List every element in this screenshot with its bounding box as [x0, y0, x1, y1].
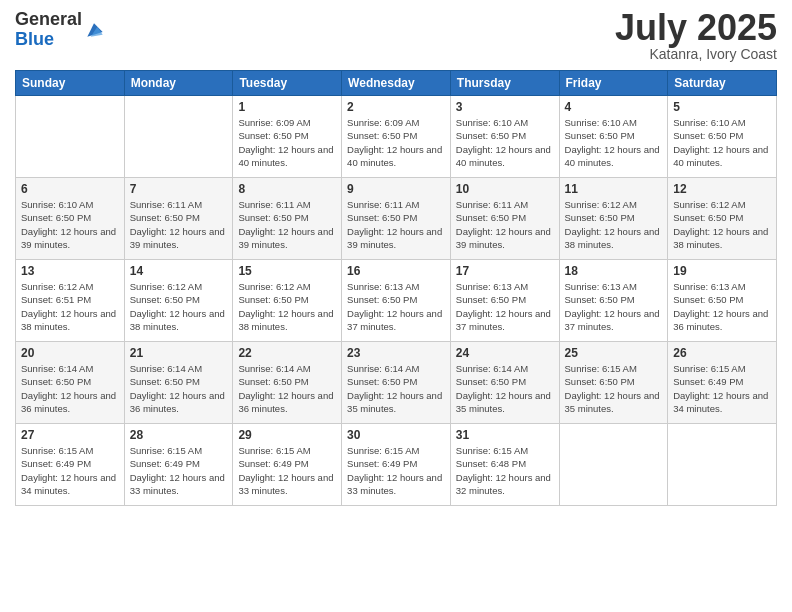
day-number: 16: [347, 264, 445, 278]
weekday-header-friday: Friday: [559, 71, 668, 96]
calendar-cell: 30Sunrise: 6:15 AMSunset: 6:49 PMDayligh…: [342, 424, 451, 506]
day-number: 24: [456, 346, 554, 360]
day-number: 31: [456, 428, 554, 442]
day-info: Sunrise: 6:10 AMSunset: 6:50 PMDaylight:…: [565, 116, 663, 169]
day-number: 3: [456, 100, 554, 114]
logo-general: General: [15, 10, 82, 30]
calendar-table: SundayMondayTuesdayWednesdayThursdayFrid…: [15, 70, 777, 506]
day-info: Sunrise: 6:15 AMSunset: 6:49 PMDaylight:…: [673, 362, 771, 415]
day-info: Sunrise: 6:10 AMSunset: 6:50 PMDaylight:…: [673, 116, 771, 169]
weekday-header-thursday: Thursday: [450, 71, 559, 96]
day-info: Sunrise: 6:09 AMSunset: 6:50 PMDaylight:…: [347, 116, 445, 169]
calendar-cell: [668, 424, 777, 506]
day-info: Sunrise: 6:13 AMSunset: 6:50 PMDaylight:…: [565, 280, 663, 333]
day-number: 27: [21, 428, 119, 442]
day-number: 17: [456, 264, 554, 278]
calendar-cell: 24Sunrise: 6:14 AMSunset: 6:50 PMDayligh…: [450, 342, 559, 424]
day-info: Sunrise: 6:15 AMSunset: 6:48 PMDaylight:…: [456, 444, 554, 497]
calendar-cell: 8Sunrise: 6:11 AMSunset: 6:50 PMDaylight…: [233, 178, 342, 260]
day-number: 26: [673, 346, 771, 360]
day-info: Sunrise: 6:14 AMSunset: 6:50 PMDaylight:…: [130, 362, 228, 415]
logo-blue: Blue: [15, 30, 82, 50]
calendar-cell: 12Sunrise: 6:12 AMSunset: 6:50 PMDayligh…: [668, 178, 777, 260]
day-number: 6: [21, 182, 119, 196]
day-number: 22: [238, 346, 336, 360]
calendar-cell: 2Sunrise: 6:09 AMSunset: 6:50 PMDaylight…: [342, 96, 451, 178]
day-info: Sunrise: 6:13 AMSunset: 6:50 PMDaylight:…: [347, 280, 445, 333]
day-number: 14: [130, 264, 228, 278]
weekday-header-row: SundayMondayTuesdayWednesdayThursdayFrid…: [16, 71, 777, 96]
calendar-cell: 15Sunrise: 6:12 AMSunset: 6:50 PMDayligh…: [233, 260, 342, 342]
day-info: Sunrise: 6:10 AMSunset: 6:50 PMDaylight:…: [456, 116, 554, 169]
day-info: Sunrise: 6:15 AMSunset: 6:50 PMDaylight:…: [565, 362, 663, 415]
day-number: 13: [21, 264, 119, 278]
day-number: 9: [347, 182, 445, 196]
logo: General Blue: [15, 10, 104, 50]
weekday-header-tuesday: Tuesday: [233, 71, 342, 96]
day-number: 28: [130, 428, 228, 442]
calendar-cell: 25Sunrise: 6:15 AMSunset: 6:50 PMDayligh…: [559, 342, 668, 424]
calendar-cell: 28Sunrise: 6:15 AMSunset: 6:49 PMDayligh…: [124, 424, 233, 506]
calendar-cell: 4Sunrise: 6:10 AMSunset: 6:50 PMDaylight…: [559, 96, 668, 178]
day-number: 21: [130, 346, 228, 360]
day-info: Sunrise: 6:14 AMSunset: 6:50 PMDaylight:…: [456, 362, 554, 415]
day-number: 12: [673, 182, 771, 196]
header: General Blue July 2025 Katanra, Ivory Co…: [15, 10, 777, 62]
day-number: 20: [21, 346, 119, 360]
title-block: July 2025 Katanra, Ivory Coast: [615, 10, 777, 62]
weekday-header-monday: Monday: [124, 71, 233, 96]
weekday-header-saturday: Saturday: [668, 71, 777, 96]
week-row-4: 20Sunrise: 6:14 AMSunset: 6:50 PMDayligh…: [16, 342, 777, 424]
day-info: Sunrise: 6:11 AMSunset: 6:50 PMDaylight:…: [238, 198, 336, 251]
calendar-cell: 20Sunrise: 6:14 AMSunset: 6:50 PMDayligh…: [16, 342, 125, 424]
calendar-cell: 19Sunrise: 6:13 AMSunset: 6:50 PMDayligh…: [668, 260, 777, 342]
day-number: 4: [565, 100, 663, 114]
day-number: 25: [565, 346, 663, 360]
calendar-cell: 1Sunrise: 6:09 AMSunset: 6:50 PMDaylight…: [233, 96, 342, 178]
day-info: Sunrise: 6:15 AMSunset: 6:49 PMDaylight:…: [130, 444, 228, 497]
day-info: Sunrise: 6:11 AMSunset: 6:50 PMDaylight:…: [456, 198, 554, 251]
day-info: Sunrise: 6:15 AMSunset: 6:49 PMDaylight:…: [21, 444, 119, 497]
day-info: Sunrise: 6:12 AMSunset: 6:50 PMDaylight:…: [130, 280, 228, 333]
calendar-cell: 18Sunrise: 6:13 AMSunset: 6:50 PMDayligh…: [559, 260, 668, 342]
day-number: 15: [238, 264, 336, 278]
logo-icon: [84, 20, 104, 40]
day-number: 18: [565, 264, 663, 278]
day-info: Sunrise: 6:09 AMSunset: 6:50 PMDaylight:…: [238, 116, 336, 169]
day-number: 11: [565, 182, 663, 196]
day-info: Sunrise: 6:13 AMSunset: 6:50 PMDaylight:…: [456, 280, 554, 333]
calendar-cell: 3Sunrise: 6:10 AMSunset: 6:50 PMDaylight…: [450, 96, 559, 178]
day-info: Sunrise: 6:14 AMSunset: 6:50 PMDaylight:…: [347, 362, 445, 415]
weekday-header-wednesday: Wednesday: [342, 71, 451, 96]
day-info: Sunrise: 6:15 AMSunset: 6:49 PMDaylight:…: [238, 444, 336, 497]
day-info: Sunrise: 6:15 AMSunset: 6:49 PMDaylight:…: [347, 444, 445, 497]
week-row-2: 6Sunrise: 6:10 AMSunset: 6:50 PMDaylight…: [16, 178, 777, 260]
day-info: Sunrise: 6:12 AMSunset: 6:50 PMDaylight:…: [673, 198, 771, 251]
day-info: Sunrise: 6:14 AMSunset: 6:50 PMDaylight:…: [238, 362, 336, 415]
day-number: 23: [347, 346, 445, 360]
day-info: Sunrise: 6:12 AMSunset: 6:50 PMDaylight:…: [238, 280, 336, 333]
page: General Blue July 2025 Katanra, Ivory Co…: [0, 0, 792, 612]
day-number: 29: [238, 428, 336, 442]
day-number: 8: [238, 182, 336, 196]
calendar-cell: 11Sunrise: 6:12 AMSunset: 6:50 PMDayligh…: [559, 178, 668, 260]
week-row-1: 1Sunrise: 6:09 AMSunset: 6:50 PMDaylight…: [16, 96, 777, 178]
day-number: 10: [456, 182, 554, 196]
calendar-cell: 21Sunrise: 6:14 AMSunset: 6:50 PMDayligh…: [124, 342, 233, 424]
day-info: Sunrise: 6:10 AMSunset: 6:50 PMDaylight:…: [21, 198, 119, 251]
calendar-cell: 29Sunrise: 6:15 AMSunset: 6:49 PMDayligh…: [233, 424, 342, 506]
calendar-cell: 5Sunrise: 6:10 AMSunset: 6:50 PMDaylight…: [668, 96, 777, 178]
calendar-cell: 6Sunrise: 6:10 AMSunset: 6:50 PMDaylight…: [16, 178, 125, 260]
day-number: 19: [673, 264, 771, 278]
calendar-cell: 10Sunrise: 6:11 AMSunset: 6:50 PMDayligh…: [450, 178, 559, 260]
calendar-cell: 23Sunrise: 6:14 AMSunset: 6:50 PMDayligh…: [342, 342, 451, 424]
day-number: 30: [347, 428, 445, 442]
day-number: 5: [673, 100, 771, 114]
day-info: Sunrise: 6:11 AMSunset: 6:50 PMDaylight:…: [347, 198, 445, 251]
calendar-cell: 27Sunrise: 6:15 AMSunset: 6:49 PMDayligh…: [16, 424, 125, 506]
calendar-cell: 9Sunrise: 6:11 AMSunset: 6:50 PMDaylight…: [342, 178, 451, 260]
weekday-header-sunday: Sunday: [16, 71, 125, 96]
day-number: 7: [130, 182, 228, 196]
week-row-5: 27Sunrise: 6:15 AMSunset: 6:49 PMDayligh…: [16, 424, 777, 506]
calendar-cell: 22Sunrise: 6:14 AMSunset: 6:50 PMDayligh…: [233, 342, 342, 424]
